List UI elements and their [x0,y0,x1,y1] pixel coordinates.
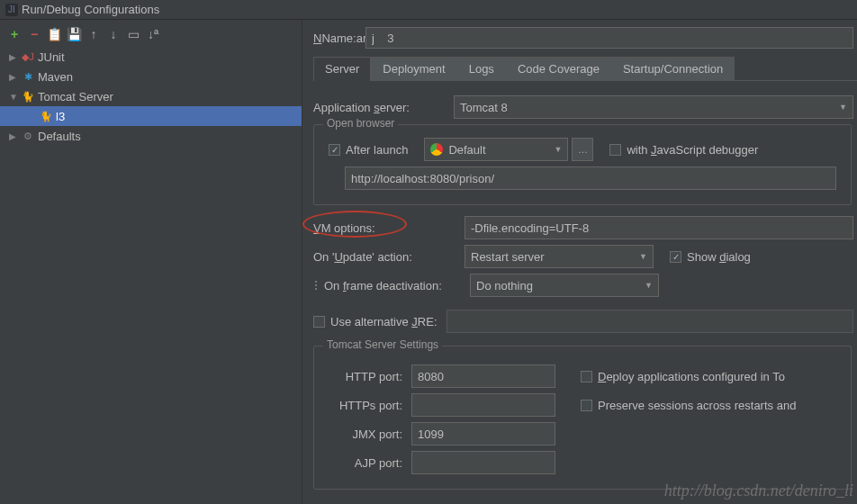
tab-logs[interactable]: Logs [457,57,506,81]
sort-icon[interactable]: ↓ª [146,27,160,41]
chevron-down-icon: ▼ [554,145,562,154]
copy-config-icon[interactable]: 📋 [47,27,61,41]
tree-node-maven[interactable]: ▶ ✱ Maven [0,67,302,86]
tree-node-tomcat-child[interactable]: 🐈 l3 [0,106,302,126]
tree-label: Maven [38,70,73,84]
tree-label: JUnit [38,50,65,64]
ajp-port-label: AJP port: [329,456,411,470]
alt-jre-label: Use alternative JRE: [330,315,438,328]
move-up-icon[interactable]: ↑ [86,27,101,41]
drag-handle-icon[interactable] [313,281,319,290]
junit-icon: ◆J [20,50,36,63]
open-browser-group: Open browser After launch Default ▼ … wi… [313,124,852,205]
window-titlebar: JI Run/Debug Configurations [0,0,857,20]
browser-select[interactable]: Default ▼ [424,138,568,161]
maven-icon: ✱ [20,70,36,83]
chevron-down-icon: ▼ [639,252,647,261]
after-launch-checkbox[interactable] [329,144,340,156]
http-port-input[interactable] [411,364,555,388]
tomcat-settings-group: Tomcat Server Settings HTTP port: Deploy… [313,346,852,490]
configurations-sidebar: + − 📋 💾 ↑ ↓ ▭ ↓ª ▶ ◆J JUnit ▶ ✱ Maven ▼ … [0,20,302,504]
open-browser-legend: Open browser [323,117,398,130]
tab-code-coverage[interactable]: Code Coverage [506,57,611,81]
tree-label: l3 [56,110,65,123]
browser-more-button[interactable]: … [572,138,593,161]
tab-deployment[interactable]: Deployment [371,57,456,81]
frame-deactivation-label: On frame deactivation: [324,279,470,292]
gear-icon: ⚙ [20,130,36,142]
app-icon: JI [5,4,18,16]
url-input[interactable] [345,166,836,190]
https-port-label: HTTPs port: [329,399,411,412]
name-input[interactable] [365,27,853,49]
tab-bar: Server Deployment Logs Code Coverage Sta… [313,56,857,81]
config-editor: NName:ame: Server Deployment Logs Code C… [302,20,857,504]
add-config-icon[interactable]: + [7,27,22,41]
config-tree: ▶ ◆J JUnit ▶ ✱ Maven ▼ 🐈 Tomcat Server 🐈… [0,47,302,146]
deploy-apps-label: Deploy applications configured in To [598,370,785,383]
chevron-down-icon: ▼ [839,103,847,112]
vm-options-label: VM options: [313,221,465,235]
tab-startup-connection[interactable]: Startup/Connection [611,57,735,81]
remove-config-icon[interactable]: − [27,27,41,41]
alt-jre-checkbox[interactable] [313,316,325,328]
app-server-select[interactable]: Tomcat 8 ▼ [454,95,853,119]
tree-node-junit[interactable]: ▶ ◆J JUnit [0,47,302,67]
tree-node-defaults[interactable]: ▶ ⚙ Defaults [0,126,302,146]
watermark-text: http://blog.csdn.net/deniro_li [664,482,853,500]
sidebar-toolbar: + − 📋 💾 ↑ ↓ ▭ ↓ª [0,23,302,47]
alt-jre-input[interactable] [447,310,854,333]
http-port-label: HTTP port: [329,370,411,383]
vm-options-input[interactable] [465,216,853,239]
tomcat-settings-legend: Tomcat Server Settings [323,338,442,351]
tree-node-tomcat[interactable]: ▼ 🐈 Tomcat Server [0,86,302,106]
preserve-sessions-checkbox[interactable] [581,400,592,411]
update-action-select[interactable]: Restart server ▼ [465,245,654,268]
update-action-label: On 'Update' action: [313,250,465,264]
expand-icon: ▶ [9,131,20,141]
js-debugger-label: with JavaScript debugger [627,143,758,157]
jmx-port-input[interactable] [411,422,555,446]
tree-label: Defaults [38,130,81,143]
deploy-apps-checkbox[interactable] [581,371,592,382]
server-tab-content: Application server: Tomcat 8 ▼ Open brow… [313,81,857,490]
js-debugger-checkbox[interactable] [609,144,621,156]
move-down-icon[interactable]: ↓ [106,27,121,41]
ajp-port-input[interactable] [411,451,555,474]
show-dialog-checkbox[interactable] [670,251,681,263]
window-title: Run/Debug Configurations [22,3,159,16]
chevron-down-icon: ▼ [645,281,653,290]
save-config-icon[interactable]: 💾 [67,27,81,41]
tab-server[interactable]: Server [313,57,371,81]
chrome-icon [430,143,443,156]
folder-icon[interactable]: ▭ [126,27,140,41]
tree-label: Tomcat Server [38,90,113,104]
tomcat-local-icon: 🐈 [38,110,54,122]
app-server-label: Application server: [313,101,454,114]
expand-icon: ▶ [9,72,20,82]
tomcat-icon: 🐈 [20,90,36,103]
jmx-port-label: JMX port: [329,428,411,441]
name-label: NName:ame: [313,32,365,45]
show-dialog-label: Show dialog [687,250,751,264]
expand-icon: ▶ [9,52,20,62]
https-port-input[interactable] [411,393,555,417]
frame-deactivation-select[interactable]: Do nothing ▼ [470,274,659,297]
collapse-icon: ▼ [9,92,20,102]
after-launch-label: After launch [346,143,408,157]
preserve-sessions-label: Preserve sessions across restarts and [598,399,796,412]
